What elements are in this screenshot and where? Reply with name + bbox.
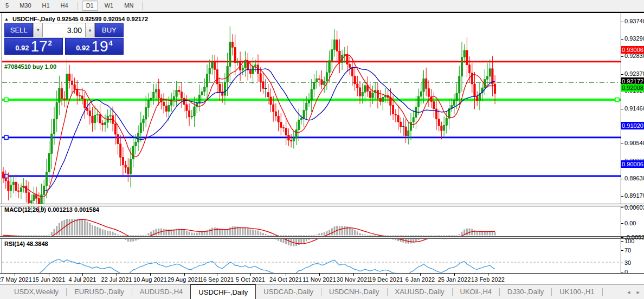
buy-price-prefix: 0.92 — [76, 44, 89, 52]
volume-increase-button[interactable]: ▲ — [85, 23, 95, 37]
candle-body — [125, 165, 126, 167]
candle-body — [89, 110, 91, 116]
macd-histogram-bar — [247, 229, 249, 235]
candle-body — [267, 93, 269, 97]
candle-body — [333, 40, 335, 49]
chart-tab-usdx-weekly[interactable]: USDX,Weekly — [7, 284, 66, 299]
macd-histogram-bar — [318, 233, 320, 235]
chart-tab-uk100-h1[interactable]: UK100-,H1 — [552, 284, 602, 299]
date-tick-mark — [319, 274, 320, 276]
price-tick-label: 0.92830 — [624, 53, 644, 59]
hline-handle[interactable] — [4, 98, 8, 102]
macd-histogram-bar — [76, 219, 78, 235]
hline-handle[interactable] — [4, 174, 8, 178]
rsi-splitter[interactable] — [0, 236, 644, 239]
timeframe-button-mn[interactable]: MN — [120, 1, 138, 11]
candle-body — [237, 62, 239, 63]
candle-body — [99, 114, 101, 123]
candle-body — [234, 47, 236, 62]
macd-histogram-bar — [344, 226, 345, 235]
candle-body — [446, 118, 447, 125]
chart-tab-usdchf-daily[interactable]: USDCHF-,Daily — [190, 284, 256, 299]
tab-scroll-right-icon[interactable]: ▸ — [636, 289, 640, 296]
rsi-tick-label: 70 — [624, 247, 631, 253]
candle-body — [288, 135, 289, 140]
candle-body — [433, 101, 435, 108]
tab-separator — [602, 288, 603, 296]
macd-histogram-bar — [96, 227, 98, 236]
macd-histogram-bar — [459, 234, 460, 235]
macd-histogram-bar — [331, 228, 333, 235]
candle-body — [420, 92, 422, 96]
sell-button[interactable]: SELL — [4, 23, 33, 37]
candle-body — [438, 119, 440, 126]
candle-body — [435, 109, 437, 119]
macd-histogram-bar — [357, 231, 358, 235]
chart-tab-bar: USDX,WeeklyEURUSD-,DailyAUDUSD-,H4USDCHF… — [0, 284, 644, 299]
candle-body — [12, 182, 14, 185]
chart-tab-xauusd-daily[interactable]: XAUUSD-,Daily — [388, 284, 452, 299]
candle-body — [278, 116, 279, 122]
candle-body — [163, 102, 164, 106]
macd-histogram-bar — [71, 219, 73, 235]
candle-body — [311, 89, 312, 100]
candle-body — [79, 95, 80, 96]
timeframe-button-d1[interactable]: D1 — [82, 1, 98, 11]
macd-histogram-bar — [362, 234, 363, 235]
macd-histogram-bar — [196, 233, 198, 236]
macd-histogram-bar — [255, 230, 256, 235]
candle-body — [382, 97, 384, 101]
candle-body — [130, 159, 131, 174]
candle-body — [489, 69, 491, 76]
macd-histogram-bar — [321, 233, 323, 236]
date-tick-mark — [420, 274, 421, 276]
date-tick-mark — [217, 274, 217, 276]
candle-body — [43, 186, 45, 194]
price-tick-mark — [621, 74, 623, 75]
timeframe-button-h4[interactable]: H4 — [56, 1, 73, 11]
macd-histogram-bar — [56, 226, 57, 235]
buy-price-sup: 4 — [109, 39, 113, 47]
candle-body — [145, 108, 147, 119]
macd-panel-canvas[interactable] — [2, 219, 621, 250]
chart-tab-audusd-h4[interactable]: AUDUSD-,H4 — [132, 284, 190, 299]
chart-tab-ukoil-h4[interactable]: UKOil-,H4 — [453, 284, 500, 299]
macd-histogram-bar — [163, 229, 165, 235]
timeframe-button-m30[interactable]: M30 — [15, 1, 35, 11]
hline-handle[interactable] — [615, 98, 619, 102]
volume-input[interactable] — [43, 23, 85, 37]
candle-body — [181, 92, 182, 98]
macd-histogram-bar — [211, 227, 213, 235]
candle-body — [336, 40, 338, 51]
hline-handle[interactable] — [4, 135, 8, 139]
macd-histogram-bar — [349, 227, 351, 236]
toolbar-separator — [142, 2, 143, 10]
rsi-tick-label: 100 — [624, 238, 634, 244]
timeframe-button-5[interactable]: 5 — [1, 1, 13, 11]
candle-body — [114, 123, 116, 134]
macd-histogram-bar — [186, 231, 188, 236]
macd-histogram-bar — [494, 232, 496, 236]
chart-tab-eurusd-daily[interactable]: EURUSD-,Daily — [67, 284, 132, 299]
buy-button[interactable]: BUY — [95, 23, 124, 37]
chart-tab-dj30-daily[interactable]: DJ30-,Daily — [500, 284, 551, 299]
sell-price-display[interactable]: 0.92 17 2 — [4, 38, 63, 55]
buy-price-display[interactable]: 0.92 19 4 — [65, 38, 124, 55]
candle-body — [201, 92, 203, 95]
candle-body — [71, 81, 73, 84]
timeframe-button-h1[interactable]: H1 — [38, 1, 54, 11]
macd-histogram-bar — [114, 233, 116, 235]
chart-tab-usdcnh-daily[interactable]: USDCNH-,Daily — [321, 284, 387, 299]
candle-body — [395, 114, 396, 115]
macd-histogram-bar — [479, 232, 480, 235]
tab-scroll-left-icon[interactable]: ◂ — [627, 289, 630, 296]
candle-body — [474, 84, 475, 96]
timeframe-button-w1[interactable]: W1 — [100, 1, 118, 11]
volume-decrease-button[interactable]: ▼ — [33, 23, 43, 37]
macd-histogram-bar — [117, 235, 119, 236]
candle-body — [69, 74, 70, 81]
candle-body — [96, 114, 98, 115]
candle-body — [28, 193, 29, 203]
chart-tab-usdcad-daily[interactable]: USDCAD-,Daily — [256, 284, 321, 299]
macd-histogram-bar — [461, 232, 463, 236]
